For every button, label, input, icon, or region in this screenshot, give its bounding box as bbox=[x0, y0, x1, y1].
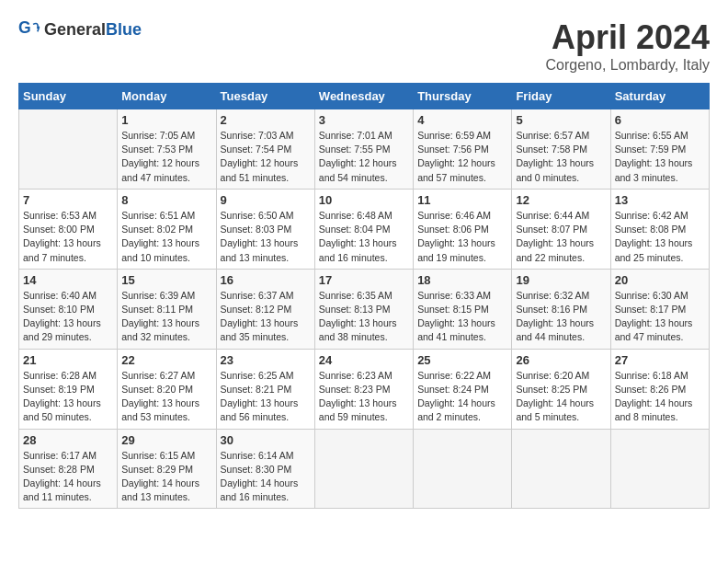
calendar-cell: 18Sunrise: 6:33 AMSunset: 8:15 PMDayligh… bbox=[414, 269, 512, 349]
day-info: Sunrise: 7:03 AMSunset: 7:54 PMDaylight:… bbox=[221, 129, 311, 185]
day-info: Sunrise: 6:30 AMSunset: 8:17 PMDaylight:… bbox=[615, 289, 705, 345]
title-area: April 2024 Corgeno, Lombardy, Italy bbox=[546, 18, 710, 74]
day-number: 20 bbox=[615, 273, 705, 287]
calendar-week-row: 7Sunrise: 6:53 AMSunset: 8:00 PMDaylight… bbox=[19, 189, 710, 269]
day-info: Sunrise: 7:05 AMSunset: 7:53 PMDaylight:… bbox=[121, 129, 211, 185]
day-number: 9 bbox=[221, 193, 311, 207]
day-number: 22 bbox=[121, 353, 211, 367]
day-info: Sunrise: 6:23 AMSunset: 8:23 PMDaylight:… bbox=[319, 369, 409, 425]
day-number: 28 bbox=[23, 433, 113, 447]
calendar-cell: 8Sunrise: 6:51 AMSunset: 8:02 PMDaylight… bbox=[118, 189, 216, 269]
day-info: Sunrise: 6:18 AMSunset: 8:26 PMDaylight:… bbox=[615, 369, 705, 425]
calendar-cell: 4Sunrise: 6:59 AMSunset: 7:56 PMDaylight… bbox=[414, 109, 512, 190]
calendar-cell: 25Sunrise: 6:22 AMSunset: 8:24 PMDayligh… bbox=[414, 349, 512, 429]
weekday-header-wednesday: Wednesday bbox=[314, 84, 413, 109]
calendar-cell: 28Sunrise: 6:17 AMSunset: 8:28 PMDayligh… bbox=[19, 429, 118, 509]
svg-text:G: G bbox=[18, 18, 31, 37]
day-info: Sunrise: 6:42 AMSunset: 8:08 PMDaylight:… bbox=[615, 209, 705, 265]
calendar-cell: 21Sunrise: 6:28 AMSunset: 8:19 PMDayligh… bbox=[19, 349, 118, 429]
day-info: Sunrise: 6:37 AMSunset: 8:12 PMDaylight:… bbox=[221, 289, 311, 345]
day-info: Sunrise: 6:22 AMSunset: 8:24 PMDaylight:… bbox=[417, 369, 507, 425]
day-number: 16 bbox=[221, 273, 311, 287]
day-number: 4 bbox=[417, 113, 507, 127]
day-number: 11 bbox=[417, 193, 507, 207]
calendar-cell: 11Sunrise: 6:46 AMSunset: 8:06 PMDayligh… bbox=[414, 189, 512, 269]
day-info: Sunrise: 6:51 AMSunset: 8:02 PMDaylight:… bbox=[121, 209, 211, 265]
logo-icon: G bbox=[18, 18, 40, 40]
day-number: 23 bbox=[221, 353, 311, 367]
calendar-cell: 15Sunrise: 6:39 AMSunset: 8:11 PMDayligh… bbox=[118, 269, 216, 349]
day-info: Sunrise: 6:25 AMSunset: 8:21 PMDaylight:… bbox=[221, 369, 311, 425]
day-info: Sunrise: 6:20 AMSunset: 8:25 PMDaylight:… bbox=[516, 369, 606, 425]
day-info: Sunrise: 6:33 AMSunset: 8:15 PMDaylight:… bbox=[417, 289, 507, 345]
calendar-week-row: 21Sunrise: 6:28 AMSunset: 8:19 PMDayligh… bbox=[19, 349, 710, 429]
logo: G GeneralBlue bbox=[18, 18, 142, 40]
calendar-cell bbox=[19, 109, 118, 190]
day-number: 17 bbox=[319, 273, 409, 287]
day-number: 24 bbox=[319, 353, 409, 367]
day-info: Sunrise: 6:35 AMSunset: 8:13 PMDaylight:… bbox=[319, 289, 409, 345]
day-info: Sunrise: 6:14 AMSunset: 8:30 PMDaylight:… bbox=[221, 449, 311, 505]
header: G GeneralBlue April 2024 Corgeno, Lombar… bbox=[18, 18, 710, 74]
day-number: 6 bbox=[615, 113, 705, 127]
calendar-cell: 14Sunrise: 6:40 AMSunset: 8:10 PMDayligh… bbox=[19, 269, 118, 349]
day-info: Sunrise: 6:50 AMSunset: 8:03 PMDaylight:… bbox=[221, 209, 311, 265]
calendar-week-row: 1Sunrise: 7:05 AMSunset: 7:53 PMDaylight… bbox=[19, 109, 710, 190]
calendar-cell: 20Sunrise: 6:30 AMSunset: 8:17 PMDayligh… bbox=[610, 269, 709, 349]
weekday-header-sunday: Sunday bbox=[19, 84, 118, 109]
day-info: Sunrise: 6:39 AMSunset: 8:11 PMDaylight:… bbox=[121, 289, 211, 345]
calendar-cell: 9Sunrise: 6:50 AMSunset: 8:03 PMDaylight… bbox=[216, 189, 314, 269]
calendar-cell: 3Sunrise: 7:01 AMSunset: 7:55 PMDaylight… bbox=[314, 109, 413, 190]
day-number: 5 bbox=[516, 113, 606, 127]
day-info: Sunrise: 6:57 AMSunset: 7:58 PMDaylight:… bbox=[516, 129, 606, 185]
day-info: Sunrise: 6:48 AMSunset: 8:04 PMDaylight:… bbox=[319, 209, 409, 265]
logo-general-text: General bbox=[44, 20, 106, 39]
calendar-cell: 19Sunrise: 6:32 AMSunset: 8:16 PMDayligh… bbox=[512, 269, 610, 349]
logo-blue-text: Blue bbox=[106, 20, 142, 39]
calendar-cell: 13Sunrise: 6:42 AMSunset: 8:08 PMDayligh… bbox=[610, 189, 709, 269]
day-number: 25 bbox=[417, 353, 507, 367]
day-info: Sunrise: 6:53 AMSunset: 8:00 PMDaylight:… bbox=[23, 209, 113, 265]
calendar-cell bbox=[610, 429, 709, 509]
calendar-cell: 7Sunrise: 6:53 AMSunset: 8:00 PMDaylight… bbox=[19, 189, 118, 269]
calendar-cell bbox=[512, 429, 610, 509]
day-number: 7 bbox=[23, 193, 113, 207]
day-info: Sunrise: 6:15 AMSunset: 8:29 PMDaylight:… bbox=[121, 449, 211, 505]
month-title: April 2024 bbox=[546, 18, 710, 57]
calendar-cell: 2Sunrise: 7:03 AMSunset: 7:54 PMDaylight… bbox=[216, 109, 314, 190]
day-number: 8 bbox=[121, 193, 211, 207]
location-title: Corgeno, Lombardy, Italy bbox=[546, 57, 710, 74]
day-number: 1 bbox=[121, 113, 211, 127]
weekday-header-monday: Monday bbox=[118, 84, 216, 109]
day-info: Sunrise: 6:44 AMSunset: 8:07 PMDaylight:… bbox=[516, 209, 606, 265]
calendar-cell: 29Sunrise: 6:15 AMSunset: 8:29 PMDayligh… bbox=[118, 429, 216, 509]
calendar-week-row: 14Sunrise: 6:40 AMSunset: 8:10 PMDayligh… bbox=[19, 269, 710, 349]
calendar-cell: 10Sunrise: 6:48 AMSunset: 8:04 PMDayligh… bbox=[314, 189, 413, 269]
calendar-cell: 30Sunrise: 6:14 AMSunset: 8:30 PMDayligh… bbox=[216, 429, 314, 509]
weekday-header-tuesday: Tuesday bbox=[216, 84, 314, 109]
day-info: Sunrise: 7:01 AMSunset: 7:55 PMDaylight:… bbox=[319, 129, 409, 185]
day-info: Sunrise: 6:59 AMSunset: 7:56 PMDaylight:… bbox=[417, 129, 507, 185]
weekday-header-saturday: Saturday bbox=[610, 84, 709, 109]
day-info: Sunrise: 6:27 AMSunset: 8:20 PMDaylight:… bbox=[121, 369, 211, 425]
day-number: 15 bbox=[121, 273, 211, 287]
day-number: 26 bbox=[516, 353, 606, 367]
day-number: 30 bbox=[221, 433, 311, 447]
day-number: 10 bbox=[319, 193, 409, 207]
calendar-table: SundayMondayTuesdayWednesdayThursdayFrid… bbox=[18, 83, 710, 509]
day-number: 29 bbox=[121, 433, 211, 447]
day-number: 18 bbox=[417, 273, 507, 287]
calendar-cell bbox=[414, 429, 512, 509]
calendar-cell: 12Sunrise: 6:44 AMSunset: 8:07 PMDayligh… bbox=[512, 189, 610, 269]
day-number: 13 bbox=[615, 193, 705, 207]
calendar-cell: 22Sunrise: 6:27 AMSunset: 8:20 PMDayligh… bbox=[118, 349, 216, 429]
day-number: 12 bbox=[516, 193, 606, 207]
day-info: Sunrise: 6:46 AMSunset: 8:06 PMDaylight:… bbox=[417, 209, 507, 265]
calendar-cell: 27Sunrise: 6:18 AMSunset: 8:26 PMDayligh… bbox=[610, 349, 709, 429]
weekday-header-friday: Friday bbox=[512, 84, 610, 109]
day-info: Sunrise: 6:55 AMSunset: 7:59 PMDaylight:… bbox=[615, 129, 705, 185]
day-number: 14 bbox=[23, 273, 113, 287]
calendar-cell bbox=[314, 429, 413, 509]
day-number: 2 bbox=[221, 113, 311, 127]
calendar-cell: 16Sunrise: 6:37 AMSunset: 8:12 PMDayligh… bbox=[216, 269, 314, 349]
